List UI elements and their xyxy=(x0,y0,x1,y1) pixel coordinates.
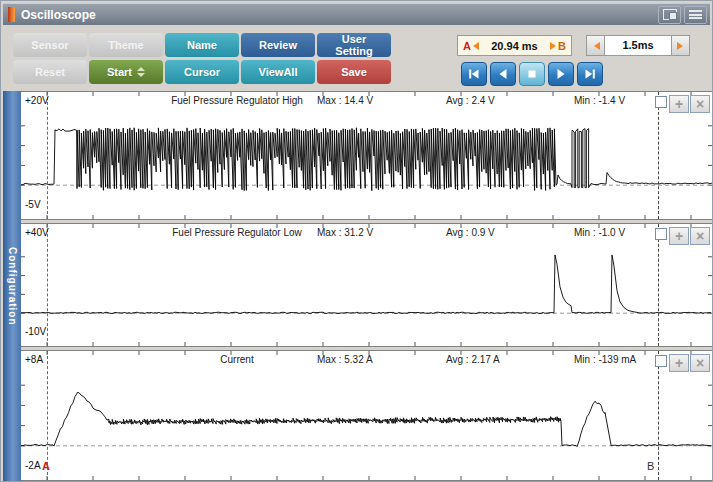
rows-icon xyxy=(689,9,702,20)
channel-max: Max : 31.2 V xyxy=(317,227,373,238)
cursor-b-marker: B xyxy=(558,40,566,52)
channel-min: Min : -1.4 V xyxy=(574,95,625,106)
channel-title: Current xyxy=(161,354,313,365)
skip-start-icon xyxy=(466,66,482,82)
scale-top-label: +8A xyxy=(25,354,43,365)
scale-top-label: +40V xyxy=(25,227,49,238)
channel-add-button[interactable]: + xyxy=(669,227,689,245)
channel-title: Fuel Pressure Regulator Low xyxy=(161,227,313,238)
waveform-chart-high xyxy=(21,92,712,219)
waveform-chart-current xyxy=(21,351,712,480)
channel-close-button[interactable]: × xyxy=(690,227,710,245)
right-arrow-icon xyxy=(677,42,683,50)
channel-checkbox[interactable] xyxy=(655,96,667,108)
start-button[interactable]: Start xyxy=(89,60,163,84)
left-arrow-icon xyxy=(594,42,600,50)
stop-icon xyxy=(524,66,540,82)
theme-button[interactable]: Theme xyxy=(89,33,163,57)
timebase-control: 1.5ms xyxy=(586,35,690,56)
scale-bottom-label: -2A xyxy=(25,460,41,471)
step-back-icon xyxy=(495,66,511,82)
channel-avg: Avg : 2.17 A xyxy=(446,354,500,365)
ab-cursor-time-display[interactable]: A 20.94 ms B xyxy=(457,35,572,56)
channel-max: Max : 14.4 V xyxy=(317,95,373,106)
cursor-b-line[interactable] xyxy=(658,92,659,219)
user-setting-button[interactable]: User Setting xyxy=(317,33,391,57)
start-button-label: Start xyxy=(107,66,132,78)
channel-panel-low: +40V -10V Fuel Pressure Regulator Low Ma… xyxy=(21,223,712,347)
toolbar-button-grid: Sensor Theme Name Review User Setting Re… xyxy=(13,33,391,84)
cursor-a-line[interactable] xyxy=(47,224,48,346)
cursor-a-marker: A xyxy=(463,40,471,52)
display-icon xyxy=(663,9,677,20)
name-button[interactable]: Name xyxy=(165,33,239,57)
scale-bottom-label: -5V xyxy=(25,199,41,210)
review-button[interactable]: Review xyxy=(241,33,315,57)
cursor-button[interactable]: Cursor xyxy=(165,60,239,84)
channel-checkbox[interactable] xyxy=(655,355,667,367)
reset-button[interactable]: Reset xyxy=(13,60,87,84)
cursor-b-line[interactable] xyxy=(658,224,659,346)
skip-end-icon xyxy=(582,66,598,82)
oscilloscope-window: Oscilloscope Sensor Theme Name Review Us… xyxy=(0,0,713,482)
skip-start-button[interactable] xyxy=(461,62,487,86)
cursor-a-line[interactable] xyxy=(47,92,48,219)
app-icon xyxy=(8,7,15,22)
scale-top-label: +20V xyxy=(25,95,49,106)
channel-checkbox[interactable] xyxy=(655,228,667,240)
title-bar[interactable]: Oscilloscope xyxy=(3,3,710,25)
channel-panel-current: +8A -2A Current Max : 5.32 A Avg : 2.17 … xyxy=(21,350,712,481)
stop-button[interactable] xyxy=(519,62,545,86)
channel-avg: Avg : 2.4 V xyxy=(446,95,495,106)
channel-add-button[interactable]: + xyxy=(669,95,689,113)
channel-min: Min : -139 mA xyxy=(574,354,636,365)
timebase-decrease-button[interactable] xyxy=(586,35,605,56)
channel-close-button[interactable]: × xyxy=(690,354,710,372)
configuration-tab[interactable]: Configuration xyxy=(3,91,21,481)
playback-controls xyxy=(461,62,603,86)
channel-close-button[interactable]: × xyxy=(690,95,710,113)
display-layout-button[interactable] xyxy=(658,6,681,24)
waveform-chart-low xyxy=(21,224,712,346)
step-back-button[interactable] xyxy=(490,62,516,86)
play-button[interactable] xyxy=(548,62,574,86)
cursor-a-label: A xyxy=(42,460,50,472)
tile-windows-button[interactable] xyxy=(684,6,707,24)
channel-max: Max : 5.32 A xyxy=(317,354,373,365)
cursor-b-label: B xyxy=(647,460,654,472)
save-button[interactable]: Save xyxy=(317,60,391,84)
window-title: Oscilloscope xyxy=(21,8,658,22)
skip-end-button[interactable] xyxy=(577,62,603,86)
play-icon xyxy=(553,66,569,82)
channel-min: Min : -1.0 V xyxy=(574,227,625,238)
timebase-increase-button[interactable] xyxy=(671,35,690,56)
timebase-value[interactable]: 1.5ms xyxy=(605,35,671,56)
cursor-b-line[interactable] xyxy=(658,351,659,480)
channel-panel-high: +20V -5V Fuel Pressure Regulator High Ma… xyxy=(21,91,712,220)
configuration-tab-label: Configuration xyxy=(7,247,18,326)
channel-title: Fuel Pressure Regulator High xyxy=(161,95,313,106)
channel-add-button[interactable]: + xyxy=(669,354,689,372)
sensor-button[interactable]: Sensor xyxy=(13,33,87,57)
cursor-b-arrow-icon xyxy=(550,42,556,50)
scale-bottom-label: -10V xyxy=(25,326,46,337)
ab-time-value: 20.94 ms xyxy=(479,40,550,52)
channel-avg: Avg : 0.9 V xyxy=(446,227,495,238)
start-spinner-icon xyxy=(137,67,145,77)
viewall-button[interactable]: ViewAll xyxy=(241,60,315,84)
